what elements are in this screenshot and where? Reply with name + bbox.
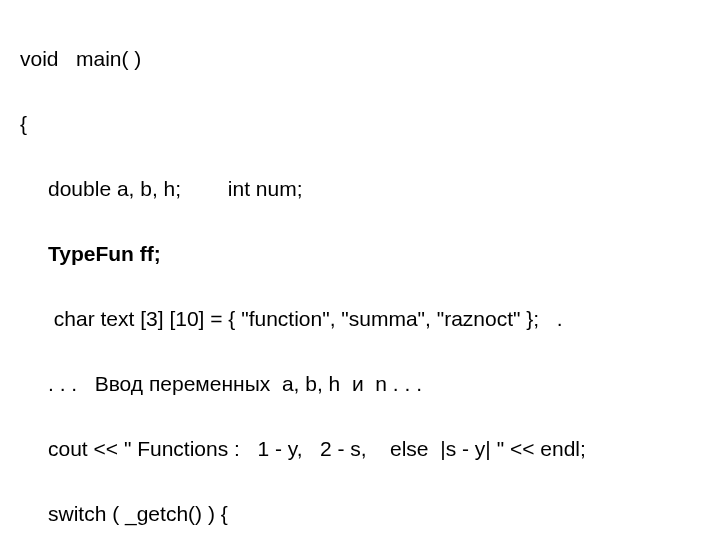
code-line: cout << " Functions : 1 - y, 2 - s, else… — [20, 433, 700, 466]
code-line: double a, b, h; int num; — [20, 173, 700, 206]
code-line: TypeFun ff; — [20, 238, 700, 271]
code-line: void main( ) — [20, 43, 700, 76]
code-line: switch ( _getch() ) { — [20, 498, 700, 531]
code-line: char text [3] [10] = { "function", "summ… — [20, 303, 700, 336]
code-block: void main( ) { double a, b, h; int num; … — [0, 0, 720, 540]
code-line: . . . Ввод переменных a, b, h и n . . . — [20, 368, 700, 401]
code-line: { — [20, 108, 700, 141]
